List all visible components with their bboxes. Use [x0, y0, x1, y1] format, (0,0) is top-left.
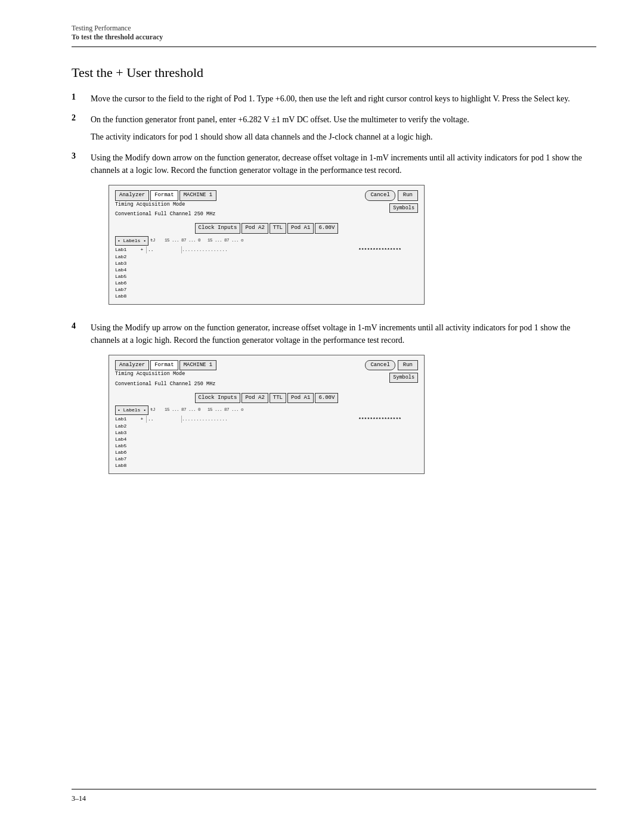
lab1-empty: .. [146, 246, 182, 253]
lab3-row: Lab3 [115, 260, 418, 267]
page-header: Testing Performance To test the threshol… [72, 24, 596, 47]
screen2-lab1-empty: .. [146, 416, 182, 423]
lab1-plus: + [138, 246, 146, 253]
screen2-lab2-row: Lab2 [115, 423, 418, 429]
screen2-run-button[interactable]: Run [398, 360, 418, 371]
screen1-pod-row: Clock Inputs Pod A2 TTL Pod A1 6.00V [115, 223, 418, 234]
step-number-2: 2 [72, 113, 81, 123]
lab5-row: Lab5 [115, 273, 418, 280]
symbols-button[interactable]: Symbols [389, 203, 418, 213]
step-text-1: Move the cursor to the field to the righ… [91, 92, 596, 105]
section-title: Test the + User threshold [72, 65, 596, 80]
steps-list: 1 Move the cursor to the field to the ri… [72, 92, 596, 482]
screen2-pod-a1[interactable]: Pod A1 [287, 393, 314, 404]
threshold-label[interactable]: 6.00V [315, 223, 338, 234]
labels-ctrl[interactable]: • Labels • [115, 236, 148, 246]
screen2-lab1-dots: ................ [182, 416, 358, 423]
step-text-2: On the function generator front panel, e… [91, 113, 596, 143]
screen2-lab1-plus: + [138, 416, 146, 423]
ruler-text: ŧJ 15 ... 87 ... 0 15 ... 87 ... o [150, 237, 418, 244]
screen1-action-btns: Cancel Run [365, 190, 418, 201]
header-line1: Testing Performance [72, 24, 596, 33]
screen1-ruler: • Labels • ŧJ 15 ... 87 ... 0 15 ... 87 … [115, 236, 418, 246]
lab7-row: Lab7 [115, 286, 418, 293]
step-2: 2 On the function generator front panel,… [72, 113, 596, 143]
lab4-row: Lab4 [115, 267, 418, 273]
screen2-lab1-label: Lab1 [115, 416, 138, 423]
screen-1: Analyzer Format MACHINE 1 Timing Acquisi… [109, 185, 425, 305]
screen2-lab7-row: Lab7 [115, 456, 418, 462]
step-1: 1 Move the cursor to the field to the ri… [72, 92, 596, 105]
screen2-ruler-text: ŧJ 15 ... 87 ... 0 15 ... 87 ... o [150, 407, 418, 413]
lab1-label: Lab1 [115, 246, 138, 253]
clock-inputs-label: Clock Inputs [195, 223, 241, 234]
screen2-action-btns: Cancel Run [365, 360, 418, 371]
screen2-lab5-row: Lab5 [115, 442, 418, 449]
screen1-subtitle1: Timing Acquisition Mode [115, 201, 365, 209]
header-line2: To test the threshold accuracy [72, 33, 596, 42]
tab-format[interactable]: Format [150, 190, 178, 201]
step-text-4: Using the Modify up arrow on the functio… [91, 321, 596, 483]
screen2-lab1-asterisks: *************** [358, 416, 418, 423]
step-4: 4 Using the Modify up arrow on the funct… [72, 321, 596, 483]
screen2-symbols-button[interactable]: Symbols [389, 373, 418, 383]
screen2-lab3-row: Lab3 [115, 429, 418, 436]
data-row-lab1: Lab1 + .. ................ *************… [115, 246, 418, 253]
screen2-tab-analyzer[interactable]: Analyzer [115, 360, 149, 371]
footer: 3–14 [72, 789, 596, 803]
screen2-pod-row: Clock Inputs Pod A2 TTL Pod A1 6.00V [115, 393, 418, 404]
screen1-subtitle2: Conventional Full Channel 250 MHz [115, 210, 365, 218]
lab1-asterisks: *************** [358, 246, 418, 253]
step-number-1: 1 [72, 92, 81, 102]
run-button[interactable]: Run [398, 190, 418, 201]
screen2-tab-machine1[interactable]: MACHINE 1 [179, 360, 217, 371]
screen2-subtitle2: Conventional Full Channel 250 MHz [115, 380, 365, 388]
screen1-tabs: Analyzer Format MACHINE 1 [115, 190, 365, 201]
screen-2: Analyzer Format MACHINE 1 Timing Acquisi… [109, 355, 425, 475]
tab-analyzer[interactable]: Analyzer [115, 190, 149, 201]
screen2-tab-format[interactable]: Format [150, 360, 178, 371]
step-3: 3 Using the Modify down arrow on the fun… [72, 151, 596, 313]
screen2-pod-a2[interactable]: Pod A2 [242, 393, 268, 404]
lab2-row: Lab2 [115, 253, 418, 260]
screen2-ttl[interactable]: TTL [270, 393, 286, 404]
step-2-subpara: The activity indicators for pod 1 should… [91, 131, 596, 143]
screen2-tabs: Analyzer Format MACHINE 1 [115, 360, 365, 371]
page: Testing Performance To test the threshol… [0, 0, 644, 833]
screen2-lab4-row: Lab4 [115, 436, 418, 442]
step-number-4: 4 [72, 321, 81, 331]
page-number: 3–14 [72, 794, 86, 803]
lab6-row: Lab6 [115, 280, 418, 286]
lab8-row: Lab8 [115, 293, 418, 299]
screen2-data-row-lab1: Lab1 + .. ................ *************… [115, 416, 418, 423]
screen2-clock-inputs: Clock Inputs [195, 393, 241, 404]
lab1-dots: ................ [182, 246, 358, 253]
cancel-button[interactable]: Cancel [365, 190, 395, 201]
pod-a1-label[interactable]: Pod A1 [287, 223, 314, 234]
screen2-ruler: • Labels • ŧJ 15 ... 87 ... 0 15 ... 87 … [115, 405, 418, 415]
screen2-lab6-row: Lab6 [115, 449, 418, 456]
ttl-label[interactable]: TTL [270, 223, 286, 234]
step-text-3: Using the Modify down arrow on the funct… [91, 151, 596, 313]
screen2-subtitle1: Timing Acquisition Mode [115, 370, 365, 378]
screen2-cancel-button[interactable]: Cancel [365, 360, 395, 371]
screen2-threshold[interactable]: 6.00V [315, 393, 338, 404]
pod-a2-label[interactable]: Pod A2 [242, 223, 268, 234]
screen2-lab8-row: Lab8 [115, 462, 418, 469]
tab-machine1[interactable]: MACHINE 1 [179, 190, 217, 201]
step-number-3: 3 [72, 151, 81, 161]
screen2-labels-ctrl[interactable]: • Labels • [115, 405, 148, 415]
